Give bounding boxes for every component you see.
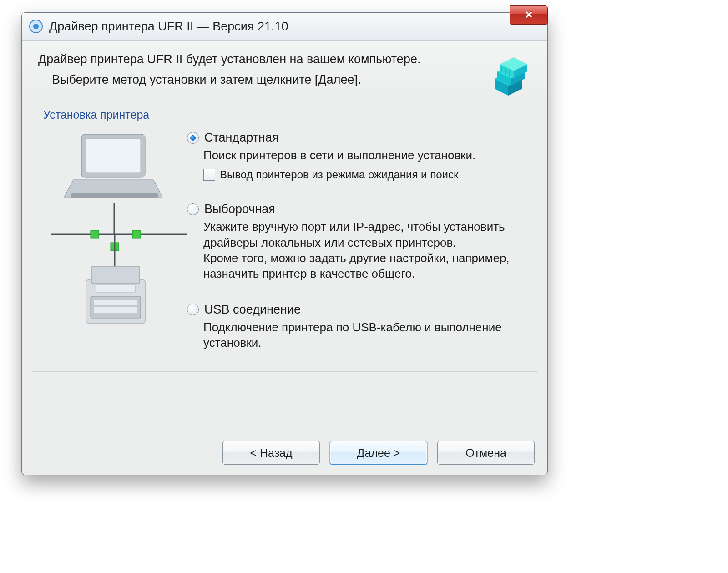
option-title: Стандартная bbox=[204, 131, 279, 145]
svg-rect-25 bbox=[91, 266, 140, 284]
radio-usb[interactable]: USB соединение bbox=[187, 303, 528, 317]
header-line-2: Выберите метод установки и затем щелкнит… bbox=[38, 73, 481, 87]
wizard-body: Установка принтера bbox=[22, 108, 547, 372]
svg-rect-26 bbox=[96, 284, 135, 293]
svg-rect-20 bbox=[91, 230, 99, 238]
radio-icon bbox=[187, 132, 199, 144]
svg-rect-29 bbox=[94, 307, 137, 313]
app-icon bbox=[28, 19, 44, 34]
header-line-1: Драйвер принтера UFR II будет установлен… bbox=[38, 52, 481, 66]
installer-window: Драйвер принтера UFR II — Версия 21.10 ✕… bbox=[21, 12, 548, 475]
svg-rect-28 bbox=[94, 300, 137, 305]
back-button[interactable]: < Назад bbox=[222, 441, 320, 465]
installer-cube-icon bbox=[485, 52, 531, 98]
option-standard: Стандартная Поиск принтеров в сети и вып… bbox=[187, 131, 528, 181]
install-method-group: Установка принтера bbox=[31, 116, 538, 372]
svg-rect-17 bbox=[71, 193, 158, 198]
group-legend: Установка принтера bbox=[40, 108, 153, 122]
radio-standard[interactable]: Стандартная bbox=[187, 131, 528, 145]
checkbox-label: Вывод принтеров из режима ожидания и пои… bbox=[220, 168, 458, 181]
option-title: Выборочная bbox=[204, 202, 275, 216]
next-button[interactable]: Далее > bbox=[330, 441, 427, 465]
checkbox-icon bbox=[203, 169, 215, 181]
svg-rect-21 bbox=[132, 230, 141, 238]
option-usb: USB соединение Подключение принтера по U… bbox=[187, 303, 528, 351]
svg-rect-15 bbox=[86, 139, 141, 173]
option-custom: Выборочная Укажите вручную порт или IP-а… bbox=[187, 202, 528, 281]
option-desc: Поиск принтеров в сети и выполнение уста… bbox=[203, 147, 513, 163]
radio-custom[interactable]: Выборочная bbox=[187, 202, 528, 216]
radio-icon bbox=[187, 203, 199, 215]
svg-point-1 bbox=[33, 24, 39, 29]
title-bar: Драйвер принтера UFR II — Версия 21.10 ✕ bbox=[22, 13, 547, 41]
option-desc: Подключение принтера по USB-кабелю и вып… bbox=[203, 319, 513, 351]
close-button[interactable]: ✕ bbox=[510, 5, 548, 25]
window-title: Драйвер принтера UFR II — Версия 21.10 bbox=[49, 20, 288, 34]
radio-icon bbox=[187, 304, 199, 315]
install-options: Стандартная Поиск принтеров в сети и вып… bbox=[187, 130, 528, 350]
close-icon: ✕ bbox=[525, 9, 533, 21]
option-desc: Укажите вручную порт или IP-адрес, чтобы… bbox=[203, 219, 513, 281]
wizard-header: Драйвер принтера UFR II будет установлен… bbox=[22, 41, 547, 108]
option-title: USB соединение bbox=[204, 303, 301, 317]
wizard-footer: < Назад Далее > Отмена bbox=[22, 431, 547, 475]
network-diagram bbox=[41, 130, 187, 348]
wake-printers-checkbox[interactable]: Вывод принтеров из режима ожидания и пои… bbox=[203, 168, 528, 181]
cancel-button[interactable]: Отмена bbox=[437, 441, 535, 465]
